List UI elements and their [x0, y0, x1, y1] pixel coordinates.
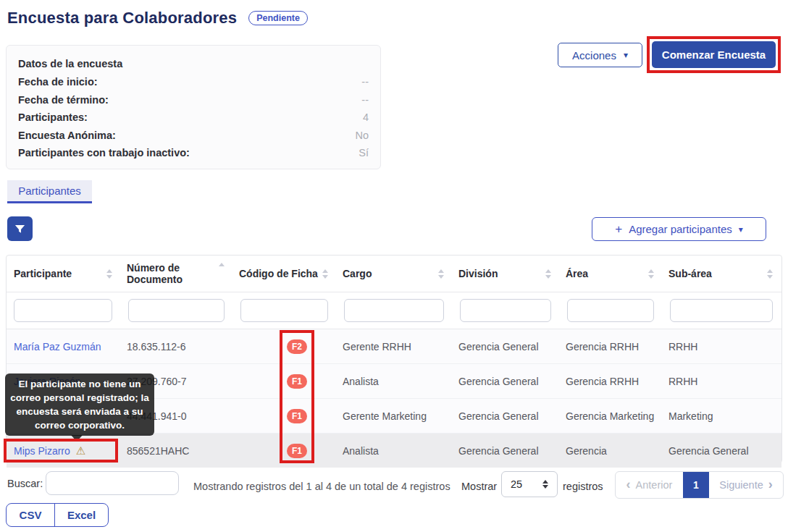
field-label: Fecha de término: [18, 94, 109, 106]
export-buttons: CSV Excel [6, 503, 109, 527]
cell-subarea: RRHH [663, 341, 781, 352]
acciones-button[interactable]: Acciones ▾ [558, 43, 642, 67]
ficha-badge: F1 [287, 444, 307, 458]
column-header-participante[interactable]: Participante [7, 256, 121, 292]
pagination-prev-button[interactable]: ‹ Anterior [616, 472, 683, 498]
cell-cargo: Gerente Marketing [337, 410, 453, 422]
column-label: Cargo [343, 268, 372, 279]
chevron-right-icon: › [768, 478, 773, 491]
cell-cargo: Analista [337, 445, 453, 457]
export-csv-button[interactable]: CSV [7, 504, 54, 526]
add-participants-label: Agregar participantes [629, 223, 732, 235]
field-label: Encuesta Anónima: [18, 130, 116, 141]
participant-link[interactable]: María Paz Guzmán [14, 341, 101, 352]
cell-area: Gerencia Marketing [560, 410, 663, 422]
filter-input-numero-documento[interactable] [128, 299, 225, 322]
cell-division: Gerencia General [453, 376, 560, 387]
column-header-area[interactable]: Área [560, 256, 663, 292]
tooltip-line: correo corporativo. [8, 418, 151, 432]
column-header-division[interactable]: División [453, 256, 560, 292]
annotation-box-comenzar: Comenzar Encuesta [647, 36, 781, 73]
sort-asc-icon [219, 263, 225, 266]
sort-icon [648, 269, 654, 279]
column-header-subarea[interactable]: Sub-área [663, 256, 781, 292]
table-header-row: Participante Número de Documento Código … [7, 256, 781, 292]
info-card-heading: Datos de la encuesta [18, 54, 369, 73]
field-label: Participantes: [18, 111, 88, 123]
filter-input-area[interactable] [567, 299, 654, 322]
tooltip-arrow [71, 435, 83, 442]
info-row-fecha-termino: Fecha de término: -- [18, 91, 369, 109]
field-label: Participantes con trabajo inactivo: [18, 147, 190, 159]
prev-label: Anterior [636, 479, 673, 491]
cell-division: Gerencia General [453, 341, 560, 352]
page-size-value: 25 [511, 478, 522, 490]
table-filter-row [7, 292, 781, 329]
select-arrows-icon [542, 480, 548, 489]
page-title: Encuesta para Colaboradores [7, 9, 237, 28]
cell-cargo: Gerente RRHH [337, 341, 453, 352]
plus-icon: + [615, 223, 622, 235]
filter-input-cargo[interactable] [344, 299, 444, 322]
email-tooltip: El participante no tiene un correo perso… [5, 373, 154, 436]
column-header-numero-documento[interactable]: Número de Documento [121, 256, 233, 292]
ficha-badge: F2 [287, 339, 307, 354]
info-row-fecha-inicio: Fecha de inicio: -- [18, 73, 369, 91]
pagination-page-1[interactable]: 1 [683, 472, 709, 498]
pagination-next-button[interactable]: Siguiente › [709, 472, 783, 498]
sort-icon [322, 269, 328, 279]
funnel-icon [14, 224, 25, 235]
next-label: Siguiente [719, 479, 763, 491]
column-label: Código de Ficha [239, 268, 318, 279]
cell-area: Gerencia RRHH [560, 376, 663, 387]
chevron-down-icon: ▾ [739, 225, 743, 234]
participant-link[interactable]: Mips Pizarro [14, 445, 70, 457]
cell-cargo: Analista [337, 376, 453, 387]
field-value: -- [361, 94, 369, 106]
warning-icon[interactable]: ⚠ [76, 444, 85, 457]
cell-documento: 18.635.112-6 [121, 341, 233, 352]
survey-info-card: Datos de la encuesta Fecha de inicio: --… [6, 45, 381, 169]
status-badge: Pendiente [248, 11, 308, 26]
add-participants-button[interactable]: + Agregar participantes ▾ [592, 217, 766, 241]
page-size-label: Mostrar [461, 481, 497, 492]
records-summary: Mostrando registros del 1 al 4 de un tot… [193, 481, 450, 492]
search-label: Buscar: [7, 478, 43, 489]
column-header-codigo-ficha[interactable]: Código de Ficha [233, 256, 337, 292]
search-input[interactable] [46, 471, 179, 495]
column-label: División [458, 268, 498, 279]
info-row-participantes: Participantes: 4 [18, 109, 369, 127]
sort-icon [767, 269, 773, 279]
filter-button[interactable] [7, 216, 33, 241]
column-label: Área [566, 268, 588, 279]
column-header-cargo[interactable]: Cargo [337, 256, 453, 292]
field-value: Sí [359, 147, 369, 159]
column-label: Número de Documento [127, 262, 219, 285]
filter-input-subarea[interactable] [670, 299, 773, 322]
export-excel-button[interactable]: Excel [54, 504, 108, 526]
cell-documento: 856521HAHC [121, 445, 233, 457]
column-label: Sub-área [668, 268, 712, 279]
tab-participantes[interactable]: Participantes [7, 180, 92, 203]
info-row-trabajo-inactivo: Participantes con trabajo inactivo: Sí [18, 144, 369, 162]
ficha-badge: F1 [287, 409, 307, 423]
ficha-badge: F1 [287, 374, 307, 389]
filter-input-codigo-ficha[interactable] [240, 299, 328, 322]
cell-division: Gerencia General [453, 445, 560, 457]
page-header: Encuesta para Colaboradores Pendiente [7, 9, 308, 28]
filter-input-division[interactable] [460, 299, 551, 322]
sort-icon [545, 269, 551, 279]
page-size-select[interactable]: 25 [501, 471, 558, 497]
field-value: 4 [363, 111, 369, 123]
acciones-button-label: Acciones [572, 49, 616, 62]
registros-label: registros [563, 481, 603, 492]
chevron-left-icon: ‹ [626, 478, 631, 491]
tooltip-line: correo personal registrado; la [8, 391, 151, 405]
comenzar-encuesta-button[interactable]: Comenzar Encuesta [652, 41, 776, 68]
cell-division: Gerencia General [453, 410, 560, 422]
cell-subarea: Marketing [663, 410, 781, 422]
filter-input-participante[interactable] [14, 299, 112, 322]
info-row-anonima: Encuesta Anónima: No [18, 127, 369, 145]
field-label: Fecha de inicio: [18, 76, 98, 88]
cell-subarea: Gerencia General [663, 445, 781, 457]
